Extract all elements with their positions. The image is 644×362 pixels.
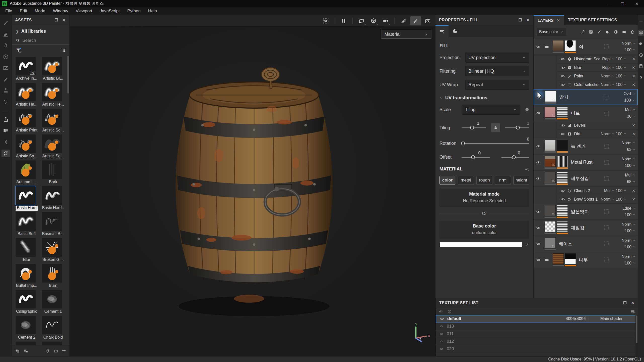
tiling-lock-button[interactable] [491,123,500,132]
add-smart-material-icon[interactable] [589,30,593,34]
uv-wrap-dropdown[interactable]: Repeat [465,80,529,90]
eye-outline-icon[interactable] [439,339,444,344]
texture-set-row[interactable]: default 4096x4096 Main shader [436,315,638,323]
blend-mode-dropdown[interactable]: Norm [622,222,636,227]
delete-effect-icon[interactable]: ✕ [631,57,638,61]
blend-mode-dropdown[interactable]: Norm [622,41,636,46]
eye-outline-icon[interactable] [439,347,444,351]
particles-tool-icon[interactable] [2,98,10,106]
visibility-eye-icon[interactable] [536,144,545,149]
opacity-dropdown[interactable]: 100 [616,189,623,193]
smudge-tool-icon[interactable] [2,76,10,83]
new-shelf-folder-icon[interactable] [54,349,58,353]
community-assets-icon[interactable] [2,127,10,134]
layer-thumbnail[interactable] [557,205,568,218]
bake-mesh-maps-icon[interactable] [2,138,10,146]
asset-item[interactable]: Chalk Bold [42,316,64,340]
visibility-eye-icon[interactable] [536,209,545,214]
close-panel-icon[interactable]: ✕ [527,18,530,22]
texture-set-row[interactable]: 012 [436,338,638,345]
projection-dropdown[interactable]: UV projection [465,53,529,63]
assets-scrollbar[interactable] [67,56,69,94]
tab-properties-settings[interactable] [435,25,449,37]
channel-chip-height[interactable]: height [513,176,529,185]
effect-row[interactable]: BnW Spots 1 Norm100 ✕ [557,195,638,204]
layer-thumbnail[interactable] [545,156,556,169]
visibility-eye-icon[interactable] [560,189,565,193]
layer-thumbnail[interactable] [557,107,568,119]
opacity-dropdown[interactable]: 100 [624,98,635,103]
layer-row[interactable]: 녹 앵커Norm 63 [534,138,638,154]
uv-transformations-header[interactable]: UV transformations [439,95,529,101]
layer-row[interactable]: 쇠Norm 100 [534,39,638,55]
camera-video-icon[interactable] [380,16,391,25]
asset-item[interactable]: Basic Hard... [42,186,64,211]
visibility-eye-icon[interactable] [560,57,565,61]
opacity-dropdown[interactable]: 100 [616,197,623,202]
effect-row[interactable]: Color selection Norm100 ✕ [557,80,638,89]
material-mode-button[interactable]: Material mode No Resource Selected [439,189,529,207]
asset-item[interactable]: Basic Soft [16,212,38,237]
substance-share-icon[interactable]: S [638,74,644,80]
visibility-eye-icon[interactable] [536,176,545,181]
asset-item[interactable]: Artistic So... [42,109,64,133]
visibility-eye-icon[interactable] [560,197,565,202]
tab-texture-set-settings[interactable]: TEXTURE SET SETTINGS [564,15,621,25]
opacity-dropdown[interactable]: 100 [616,65,623,70]
visibility-eye-icon[interactable] [560,132,565,136]
channel-chip-metal[interactable]: metal [458,176,474,185]
dock-handle-icon[interactable] [638,19,644,24]
layer-thumbnail[interactable] [545,172,556,185]
polygon-fill-tool-icon[interactable] [2,64,10,72]
close-button[interactable]: ✕ [635,2,638,6]
blend-mode-dropdown[interactable]: Mul [604,189,611,193]
blend-mode-dropdown[interactable]: Norm [601,197,611,202]
add-group-folder-icon[interactable] [622,30,626,34]
asset-item[interactable] [42,342,64,345]
base-color-button[interactable]: Base color uniform color [439,221,529,239]
paint-tool-icon[interactable] [2,19,10,27]
asset-item[interactable]: Autumn L... [16,160,38,185]
opacity-dropdown[interactable]: 100 [625,229,636,233]
eye-icon[interactable] [440,316,444,321]
asset-item[interactable]: Broken Gl... [42,238,64,262]
clone-stamp-tool-icon[interactable] [2,87,10,95]
visibility-eye-icon[interactable] [560,74,565,78]
tab-material-preview[interactable] [449,25,462,37]
layer-thumbnail[interactable] [545,91,556,104]
asset-item[interactable] [16,342,38,345]
blend-mode-dropdown[interactable]: Ovrl [624,92,635,96]
visibility-eye-icon[interactable] [560,65,565,70]
asset-item[interactable]: Artistic Br... [42,57,64,81]
search-input[interactable] [22,38,60,43]
channel-filter-dropdown[interactable]: Base color [537,28,566,36]
effect-row[interactable]: S Histogram Scan Repl100 ✕ [557,55,638,63]
delete-effect-icon[interactable]: ✕ [631,197,638,202]
import-resources-icon[interactable] [24,349,28,353]
delete-effect-icon[interactable]: ✕ [631,65,638,70]
texture-set-scrollbar[interactable] [635,315,638,356]
layer-thumbnail[interactable] [553,40,564,53]
tiling-x-slider[interactable]: 1 [462,127,486,128]
texture-set-row[interactable]: 011 [436,330,638,338]
layer-thumbnail[interactable] [545,140,556,153]
float-panel-icon[interactable]: ❐ [623,301,627,305]
blend-mode-dropdown[interactable]: Mul [625,108,636,112]
asset-item[interactable]: PsArchive In... [16,57,38,81]
eye-outline-icon[interactable] [439,324,444,329]
display-settings-icon[interactable] [638,30,644,36]
asset-item[interactable]: Artistic Print [16,109,38,133]
layer-row[interactable]: 얇은엣지Ldge 100 [534,204,638,220]
float-panel-icon[interactable]: ❐ [518,18,522,22]
layer-thumbnail[interactable] [545,107,556,119]
projection-tool-icon[interactable] [2,42,10,49]
eye-outline-icon[interactable] [439,332,444,336]
add-smart-mask-icon[interactable] [614,30,618,34]
delete-effect-icon[interactable]: ✕ [631,74,638,78]
delete-effect-icon[interactable]: ✕ [631,132,638,136]
display-plane-icon[interactable] [356,16,367,25]
blend-mode-dropdown[interactable]: Norm [601,82,611,87]
minimize-button[interactable]: – [608,2,610,6]
channel-chip-color[interactable]: color [439,176,455,185]
delete-effect-icon[interactable]: ✕ [631,82,638,87]
